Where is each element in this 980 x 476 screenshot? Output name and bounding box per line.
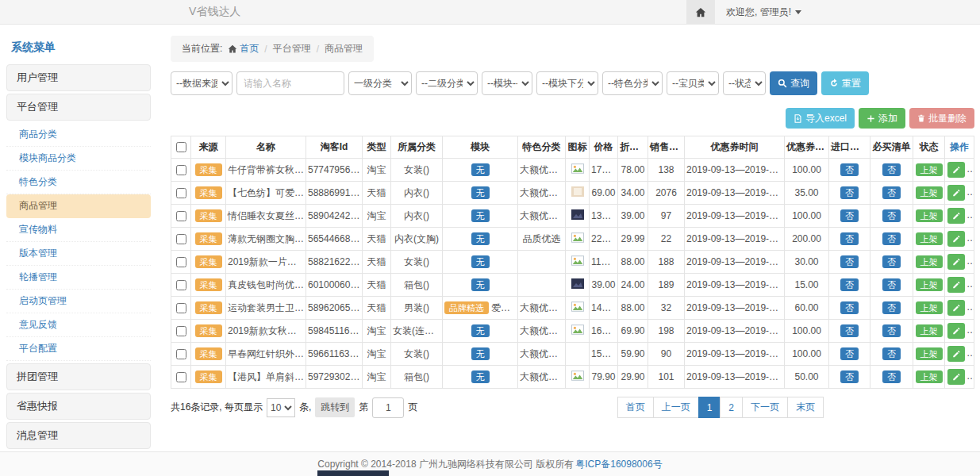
taoke-id: 588216228899 (306, 251, 363, 274)
module-cell: 无 (443, 366, 518, 389)
discount-price: 78.00 (618, 159, 648, 182)
row-checkbox[interactable] (176, 303, 186, 313)
sidebar-item-link[interactable]: 模块商品分类 (6, 147, 151, 171)
filter-select[interactable]: --模块下分类-- (536, 71, 598, 95)
filter-select[interactable]: --数据来源-- (171, 71, 233, 95)
sidebar-item-link[interactable]: 特色分类 (6, 171, 151, 194)
sidebar-item-link[interactable]: 轮播管理 (6, 266, 151, 290)
source-cell: 采集 (191, 343, 226, 366)
sidebar-item-link[interactable]: 版本管理 (6, 242, 151, 266)
source-cell: 采集 (191, 366, 226, 389)
page-button[interactable]: 下一页 (742, 397, 788, 418)
source-cell: 采集 (191, 205, 226, 228)
breadcrumb-home-link[interactable]: 首页 (228, 42, 259, 56)
select-all-checkbox[interactable] (176, 142, 186, 152)
filter-select[interactable]: --二级分类-- (416, 71, 478, 95)
row-checkbox[interactable] (176, 165, 186, 175)
operations-cell (945, 159, 974, 182)
sidebar-group-item[interactable]: 用户管理 (6, 64, 151, 91)
import-select-badge: 否 (840, 278, 859, 291)
filter-select[interactable]: 一级分类 (348, 71, 412, 95)
edit-button[interactable] (947, 277, 965, 293)
sidebar-item-active[interactable]: 商品管理 (6, 194, 151, 218)
edit-button[interactable] (947, 208, 965, 224)
product-image-icon (571, 255, 584, 266)
price: 229.99 (590, 228, 618, 251)
row-checkbox[interactable] (176, 188, 186, 198)
status-badge: 上架 (916, 209, 943, 222)
jump-prefix: 第 (359, 401, 368, 414)
reset-button[interactable]: 重置 (821, 71, 869, 95)
row-checkbox[interactable] (176, 234, 186, 244)
page-button[interactable]: 上一页 (653, 397, 699, 418)
edit-button[interactable] (947, 254, 965, 270)
edit-button[interactable] (947, 162, 965, 178)
search-icon (778, 79, 787, 88)
page-button[interactable]: 首页 (617, 397, 654, 418)
status-cell: 上架 (913, 228, 945, 251)
row-checkbox[interactable] (176, 211, 186, 221)
filter-select[interactable]: --模块-- (482, 71, 532, 95)
coupon-amount: 200.00 (785, 228, 829, 251)
source-badge: 采集 (195, 163, 222, 176)
page-button[interactable]: 1 (698, 397, 721, 418)
row-checkbox-cell (171, 320, 191, 343)
sidebar-item-link[interactable]: 宣传物料 (6, 218, 151, 242)
per-page-select[interactable]: 10 (267, 398, 295, 417)
edit-button[interactable] (947, 346, 965, 362)
source-cell: 采集 (191, 159, 226, 182)
sidebar-group-item[interactable]: 拼团管理 (6, 363, 151, 390)
filter-select[interactable]: --状态-- (723, 71, 766, 95)
sales-count: 138 (648, 159, 685, 182)
table-row: 采集运动套装男士卫衣初秋...589620659791天猫男装()品牌精选爱上运… (171, 297, 974, 320)
edit-button[interactable] (947, 300, 965, 316)
row-checkbox[interactable] (176, 280, 186, 290)
edit-button[interactable] (947, 185, 965, 201)
page-button[interactable]: 末页 (787, 397, 824, 418)
sidebar-group-item[interactable]: 平台管理 (6, 94, 151, 121)
sales-count: 198 (648, 320, 685, 343)
batch-delete-button[interactable]: 批量删除 (909, 108, 974, 129)
product-name: 牛仔背带裤女秋装减龄... (226, 159, 306, 182)
product-name: 2019新款女秋薄款... (226, 320, 306, 343)
product-image-icon (571, 232, 584, 243)
search-input[interactable] (236, 71, 344, 95)
row-checkbox-cell (171, 251, 191, 274)
sidebar-item-link[interactable]: 平台配置 (6, 337, 151, 361)
product-category: 男装() (391, 297, 443, 320)
row-checkbox[interactable] (176, 326, 186, 336)
edit-button[interactable] (947, 231, 965, 247)
add-button[interactable]: 添加 (859, 108, 905, 129)
home-button[interactable] (686, 0, 715, 25)
coupon-amount: 100.00 (785, 320, 829, 343)
sidebar-group-item[interactable]: 消息管理 (6, 422, 151, 449)
import-excel-button[interactable]: 导入excel (786, 108, 855, 129)
row-checkbox[interactable] (176, 349, 186, 359)
status-cell: 上架 (913, 297, 945, 320)
status-cell: 上架 (913, 159, 945, 182)
module-cell: 无 (443, 159, 518, 182)
filter-select[interactable]: --特色分类-- (602, 71, 663, 95)
column-header: 特色分类 (518, 136, 566, 159)
import-select-cell: 否 (829, 159, 870, 182)
sidebar-item-link[interactable]: 商品分类 (6, 123, 151, 147)
source-badge: 采集 (195, 255, 222, 268)
row-checkbox[interactable] (176, 372, 186, 382)
sidebar-item-link[interactable]: 启动页管理 (6, 290, 151, 313)
sidebar-group-item[interactable]: 省惠快报 (6, 393, 151, 420)
icp-link[interactable]: 粤ICP备16098006号 (575, 458, 662, 471)
product-image-icon (571, 301, 584, 312)
edit-button[interactable] (947, 369, 965, 385)
module-badge: 无 (471, 163, 490, 176)
import-select-badge: 否 (840, 209, 859, 222)
user-menu[interactable]: 欢迎您, 管理员! (726, 6, 801, 19)
query-button[interactable]: 查询 (770, 71, 817, 95)
page-button[interactable]: 2 (720, 397, 743, 418)
records-total-text: 共16条记录, 每页显示 (171, 401, 263, 414)
filter-select[interactable]: --宝贝类型-- (667, 71, 719, 95)
edit-button[interactable] (947, 323, 965, 339)
jump-to-button[interactable]: 跳转到 (315, 397, 355, 417)
jump-page-input[interactable] (372, 397, 404, 418)
row-checkbox[interactable] (176, 257, 186, 267)
sidebar-item-link[interactable]: 意见反馈 (6, 313, 151, 337)
